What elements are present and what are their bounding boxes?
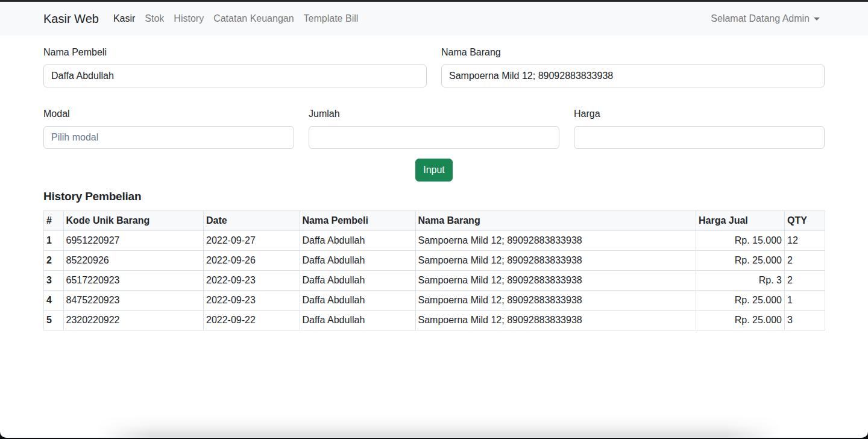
nama-barang-label: Nama Barang xyxy=(441,45,825,60)
cell-harga-jual: Rp. 25.000 xyxy=(696,291,785,311)
column-header-index: # xyxy=(44,211,64,231)
table-row: 365172209232022-09-23Daffa AbdullahSampo… xyxy=(44,271,825,291)
cell-index: 1 xyxy=(44,231,64,251)
cell-nama-pembeli: Daffa Abdullah xyxy=(300,311,415,330)
nama-pembeli-label: Nama Pembeli xyxy=(43,45,427,60)
harga-label: Harga xyxy=(574,107,825,121)
user-dropdown-toggle[interactable]: Selamat Datang Admin xyxy=(706,7,825,31)
cell-kode-unik-barang: 8475220923 xyxy=(63,291,204,311)
nav-item-catatan-keuangan: Catatan Keuangan xyxy=(209,7,298,31)
cell-qty: 12 xyxy=(785,231,825,251)
chevron-down-icon xyxy=(814,17,820,21)
column-header-qty: QTY xyxy=(785,211,825,231)
cell-nama-pembeli: Daffa Abdullah xyxy=(300,291,415,311)
cell-harga-jual: Rp. 25.000 xyxy=(696,311,785,330)
jumlah-input[interactable] xyxy=(309,126,559,149)
nav-item-stok: Stok xyxy=(140,7,169,31)
table-row: 2852209262022-09-26Daffa AbdullahSampoer… xyxy=(44,251,825,271)
history-section-title: History Pembelian xyxy=(43,189,825,204)
nav-item-history: History xyxy=(169,7,209,31)
nama-barang-input[interactable] xyxy=(441,65,825,87)
cell-nama-barang: Sampoerna Mild 12; 89092883833938 xyxy=(415,251,696,271)
cell-nama-barang: Sampoerna Mild 12; 89092883833938 xyxy=(415,231,696,251)
cell-index: 5 xyxy=(44,311,64,330)
cell-date: 2022-09-23 xyxy=(204,291,300,311)
nav-link-history[interactable]: History xyxy=(169,7,209,31)
nama-pembeli-input[interactable] xyxy=(43,65,427,87)
column-header-date: Date xyxy=(204,211,300,231)
input-submit-button[interactable]: Input xyxy=(415,159,453,182)
nav-item-template-bill: Template Bill xyxy=(299,7,363,31)
cell-index: 2 xyxy=(44,251,64,271)
nav-link-catatan-keuangan[interactable]: Catatan Keuangan xyxy=(209,7,298,31)
column-header-nama-pembeli: Nama Pembeli xyxy=(300,211,415,231)
history-table-body: 169512209272022-09-27Daffa AbdullahSampo… xyxy=(44,231,825,330)
cell-qty: 1 xyxy=(785,291,825,311)
cell-kode-unik-barang: 85220926 xyxy=(63,251,204,271)
nav-item-kasir: Kasir xyxy=(108,7,140,31)
dock-shadow xyxy=(96,415,781,438)
main-content: Nama Pembeli Nama Barang Modal Jumlah Ha… xyxy=(36,45,832,330)
cell-harga-jual: Rp. 25.000 xyxy=(696,251,785,271)
history-table-header-row: #Kode Unik BarangDateNama PembeliNama Ba… xyxy=(44,211,825,231)
cell-nama-pembeli: Daffa Abdullah xyxy=(300,271,415,291)
navbar-menu: KasirStokHistoryCatatan KeuanganTemplate… xyxy=(108,7,363,31)
cell-index: 3 xyxy=(44,271,64,291)
cell-kode-unik-barang: 6951220927 xyxy=(63,231,204,251)
cell-nama-barang: Sampoerna Mild 12; 89092883833938 xyxy=(415,271,696,291)
column-header-kode-unik-barang: Kode Unik Barang xyxy=(63,211,204,231)
cell-nama-barang: Sampoerna Mild 12; 89092883833938 xyxy=(415,311,696,330)
cell-harga-jual: Rp. 3 xyxy=(696,271,785,291)
cell-date: 2022-09-22 xyxy=(204,311,300,330)
cell-date: 2022-09-27 xyxy=(204,231,300,251)
cell-qty: 2 xyxy=(785,251,825,271)
browser-window: Kasir Web KasirStokHistoryCatatan Keuang… xyxy=(0,0,868,438)
navbar-brand[interactable]: Kasir Web xyxy=(43,9,99,28)
table-row: 484752209232022-09-23Daffa AbdullahSampo… xyxy=(44,291,825,311)
harga-input[interactable] xyxy=(574,126,825,149)
jumlah-label: Jumlah xyxy=(309,107,559,121)
form-row-2: Modal Jumlah Harga xyxy=(36,107,832,149)
cell-nama-pembeli: Daffa Abdullah xyxy=(300,231,415,251)
cell-date: 2022-09-23 xyxy=(204,271,300,291)
form-row-1: Nama Pembeli Nama Barang xyxy=(36,45,832,87)
user-dropdown-label: Selamat Datang Admin xyxy=(711,11,810,26)
cell-nama-barang: Sampoerna Mild 12; 89092883833938 xyxy=(415,291,696,311)
cell-kode-unik-barang: 2320220922 xyxy=(63,311,204,330)
nav-link-kasir[interactable]: Kasir xyxy=(108,7,140,31)
modal-label: Modal xyxy=(43,107,294,121)
nav-link-template-bill[interactable]: Template Bill xyxy=(299,7,363,31)
cell-kode-unik-barang: 6517220923 xyxy=(63,271,204,291)
cell-date: 2022-09-26 xyxy=(204,251,300,271)
cell-harga-jual: Rp. 15.000 xyxy=(696,231,785,251)
history-table: #Kode Unik BarangDateNama PembeliNama Ba… xyxy=(43,210,825,330)
modal-input[interactable] xyxy=(43,126,294,149)
nav-link-stok[interactable]: Stok xyxy=(140,7,169,31)
cell-nama-pembeli: Daffa Abdullah xyxy=(300,251,415,271)
table-row: 523202209222022-09-22Daffa AbdullahSampo… xyxy=(44,311,825,330)
column-header-nama-barang: Nama Barang xyxy=(415,211,696,231)
cell-qty: 2 xyxy=(785,271,825,291)
cell-qty: 3 xyxy=(785,311,825,330)
table-row: 169512209272022-09-27Daffa AbdullahSampo… xyxy=(44,231,825,251)
column-header-harga-jual: Harga Jual xyxy=(696,211,785,231)
navbar: Kasir Web KasirStokHistoryCatatan Keuang… xyxy=(0,2,868,36)
cell-index: 4 xyxy=(44,291,64,311)
